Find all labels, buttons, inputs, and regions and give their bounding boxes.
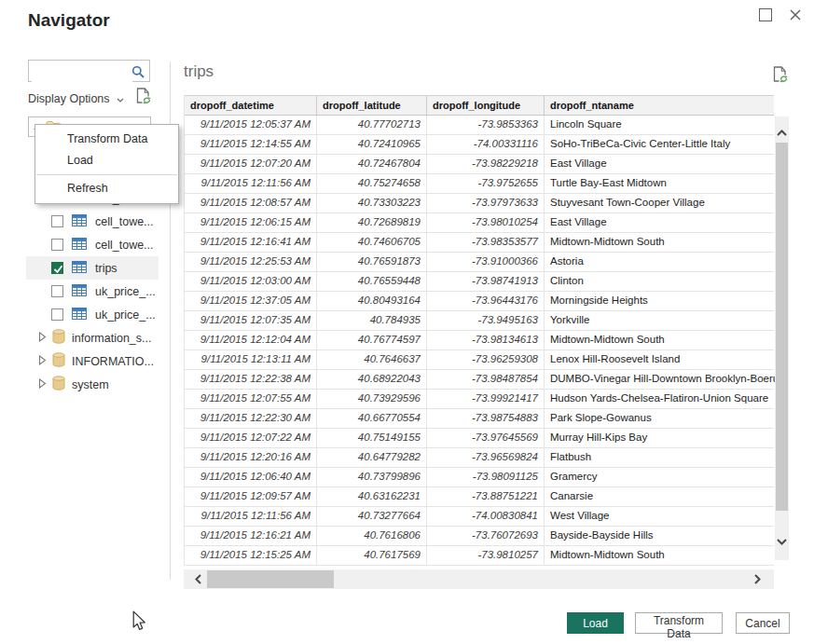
- column-header-dropoff_ntaname[interactable]: dropoff_ntaname: [545, 96, 775, 115]
- menu-item-refresh[interactable]: Refresh: [35, 178, 178, 199]
- tree-item-label: uk_price_...: [95, 285, 156, 298]
- scroll-right-icon[interactable]: [754, 574, 761, 584]
- refresh-preview-icon[interactable]: [773, 66, 788, 84]
- maximize-icon[interactable]: [759, 8, 772, 21]
- table-cell: 40.72410965: [317, 135, 427, 154]
- database-icon-wrap: [52, 376, 65, 393]
- table-cell: 9/11/2015 12:06:15 AM: [185, 213, 317, 232]
- table-cell: Midtown-Midtown South: [545, 546, 775, 565]
- table-cell: 40.76559448: [317, 272, 427, 291]
- table-cell: 40.66770554: [317, 409, 427, 428]
- close-icon[interactable]: [789, 8, 802, 21]
- expand-arrow-wrap[interactable]: [38, 355, 47, 368]
- table-cell: 9/11/2015 12:05:37 AM: [185, 116, 317, 134]
- refresh-document-icon[interactable]: [136, 88, 151, 105]
- sidebar-item-cell-towe[interactable]: cell_towe...: [26, 210, 159, 233]
- sidebar-item-uk-price[interactable]: uk_price_...: [26, 280, 159, 303]
- menu-separator: [36, 174, 177, 175]
- cancel-button[interactable]: Cancel: [736, 612, 790, 634]
- expand-arrow-wrap[interactable]: [38, 332, 47, 345]
- checkbox-unchecked[interactable]: [51, 215, 63, 227]
- table-cell: Midtown-Midtown South: [545, 233, 775, 252]
- column-header-dropoff_latitude[interactable]: dropoff_latitude: [317, 96, 427, 115]
- table-cell: 40.63162231: [317, 487, 427, 506]
- horizontal-scroll-thumb[interactable]: [207, 570, 334, 588]
- table-cell: -73.98353577: [427, 233, 545, 252]
- search-input[interactable]: [32, 62, 132, 82]
- table-row: 9/11/2015 12:11:56 AM40.75274658-73.9752…: [185, 174, 774, 194]
- table-cell: 9/11/2015 12:12:04 AM: [185, 331, 317, 349]
- table-cell: 40.76774597: [317, 331, 427, 349]
- table-cell: -73.9752655: [427, 174, 545, 193]
- vertical-scrollbar[interactable]: [775, 116, 789, 560]
- column-header-dropoff_datetime[interactable]: dropoff_datetime: [185, 96, 317, 115]
- sidebar-item-trips[interactable]: trips: [26, 256, 159, 280]
- table-cell: -73.97973633: [427, 194, 545, 212]
- tree-item-label: uk_price_...: [95, 308, 156, 322]
- display-options-button[interactable]: Display Options: [28, 90, 124, 107]
- sidebar-item-system[interactable]: system: [26, 373, 159, 396]
- table-cell: -73.9810257: [427, 546, 545, 565]
- table-cell: Turtle Bay-East Midtown: [545, 174, 775, 193]
- sidebar-item-informatio[interactable]: INFORMATIO...: [26, 349, 159, 373]
- table-cell: 9/11/2015 12:22:38 AM: [185, 370, 317, 389]
- expand-arrow-wrap[interactable]: [38, 378, 47, 391]
- search-box: [28, 60, 150, 82]
- table-icon: [72, 238, 87, 250]
- table-cell: 9/11/2015 12:07:35 AM: [185, 311, 317, 330]
- horizontal-scrollbar[interactable]: [184, 569, 774, 589]
- table-cell: Canarsie: [545, 487, 775, 506]
- menu-item-transform-data[interactable]: Transform Data: [35, 129, 178, 150]
- table-cell: 9/11/2015 12:13:11 AM: [185, 350, 317, 369]
- collapsed-arrow-icon[interactable]: [38, 355, 47, 365]
- table-row: 9/11/2015 12:15:25 AM40.7617569-73.98102…: [185, 546, 774, 566]
- checkbox-unchecked[interactable]: [51, 308, 63, 321]
- table-cell: Lincoln Square: [545, 116, 775, 134]
- table-row: 9/11/2015 12:22:30 AM40.66770554-73.9875…: [185, 409, 774, 429]
- table-row: 9/11/2015 12:12:04 AM40.76774597-73.9813…: [185, 331, 774, 350]
- collapsed-arrow-icon[interactable]: [38, 332, 47, 342]
- table-cell: Gramercy: [545, 468, 775, 486]
- table-cell: Lenox Hill-Roosevelt Island: [545, 350, 775, 369]
- vertical-scroll-thumb[interactable]: [776, 143, 788, 511]
- checkbox-unchecked[interactable]: [51, 285, 63, 297]
- checkbox-unchecked[interactable]: [51, 239, 63, 251]
- collapsed-arrow-icon[interactable]: [38, 378, 47, 389]
- database-icon-wrap: [52, 329, 65, 347]
- table-cell: -73.96259308: [427, 350, 545, 369]
- navigator-tree: cell_towe...cell_towe...cell_towe...trip…: [26, 186, 159, 396]
- database-icon: [52, 329, 65, 344]
- scroll-left-icon[interactable]: [195, 574, 201, 584]
- table-cell: 40.75149155: [317, 429, 427, 447]
- tree-item-label: information_s...: [72, 332, 151, 345]
- table-cell: -73.98754883: [427, 409, 545, 428]
- transform-data-button[interactable]: Transform Data: [635, 612, 723, 634]
- table-row: 9/11/2015 12:16:41 AM40.74606705-73.9835…: [185, 233, 774, 253]
- table-cell: -73.96443176: [427, 292, 545, 310]
- table-cell: -73.98229218: [427, 155, 545, 173]
- table-row: 9/11/2015 12:25:53 AM40.76591873-73.9100…: [185, 253, 774, 272]
- table-cell: 40.7616806: [317, 527, 427, 545]
- sidebar-item-information-s[interactable]: information_s...: [26, 326, 159, 349]
- search-icon[interactable]: [131, 65, 145, 78]
- table-cell: 40.7646637: [317, 350, 427, 369]
- table-row: 9/11/2015 12:09:57 AM40.63162231-73.8875…: [185, 487, 774, 507]
- load-button[interactable]: Load: [567, 612, 624, 634]
- table-icon: [72, 284, 87, 296]
- page-title: Navigator: [28, 10, 110, 31]
- table-cell: East Village: [545, 213, 775, 232]
- tree-item-label: system: [72, 378, 109, 391]
- tree-item-label: cell_towe...: [95, 215, 154, 228]
- table-icon-wrap: [72, 261, 87, 276]
- table-cell: DUMBO-Vinegar Hill-Downtown Brooklyn-Boe…: [545, 370, 775, 389]
- column-header-dropoff_longitude[interactable]: dropoff_longitude: [427, 96, 545, 115]
- sidebar-item-cell-towe[interactable]: cell_towe...: [26, 233, 159, 256]
- menu-item-load[interactable]: Load: [35, 150, 178, 171]
- scroll-down-icon[interactable]: [777, 539, 787, 545]
- scroll-up-icon[interactable]: [777, 130, 787, 136]
- table-cell: -74.00830841: [427, 507, 545, 526]
- checkbox-checked[interactable]: [51, 262, 63, 274]
- table-cell: 40.77702713: [317, 116, 427, 134]
- preview-table: dropoff_datetimedropoff_latitudedropoff_…: [184, 95, 774, 566]
- sidebar-item-uk-price[interactable]: uk_price_...: [26, 303, 159, 326]
